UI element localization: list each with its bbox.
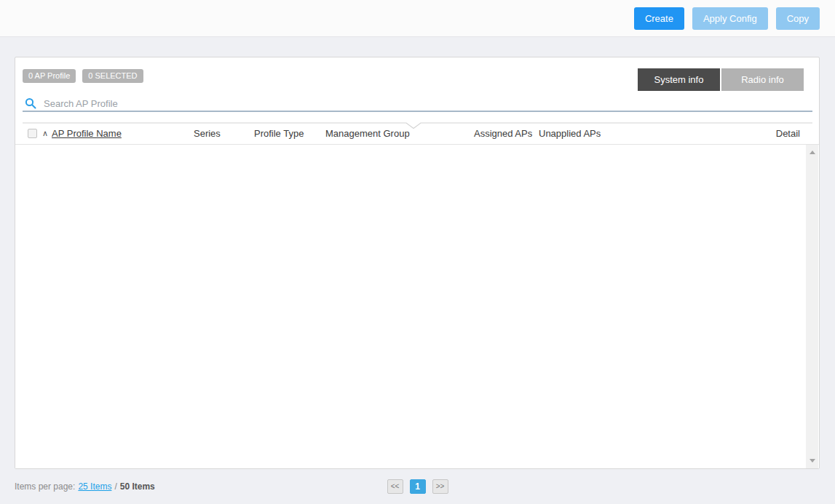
items-separator: / — [114, 481, 116, 492]
table-scrollbar[interactable] — [806, 145, 818, 468]
column-header-profile-type: Profile Type — [254, 123, 304, 144]
select-all-checkbox[interactable] — [28, 129, 37, 138]
table-header-row: ∧ AP Profile Name Series Profile Type Ma… — [15, 123, 819, 144]
column-header-management-group: Management Group — [325, 123, 410, 144]
scroll-up-icon[interactable] — [806, 146, 818, 159]
tab-system-info[interactable]: System info — [638, 68, 720, 91]
ap-profile-count-badge: 0 AP Profile — [23, 69, 76, 83]
search-underline — [23, 111, 812, 112]
ap-profile-panel: 0 AP Profile 0 SELECTED System info Radi… — [15, 57, 820, 469]
pagination-prev-button[interactable]: << — [387, 479, 403, 494]
pagination-next-button[interactable]: >> — [432, 479, 448, 494]
total-items-label: 50 Items — [120, 481, 155, 492]
page-size-link[interactable]: 25 Items — [78, 481, 111, 492]
column-header-assigned-aps: Assigned APs — [474, 123, 532, 144]
column-header-ap-profile-name[interactable]: AP Profile Name — [52, 123, 122, 144]
scroll-down-icon[interactable] — [806, 455, 818, 467]
column-header-unapplied-aps: Unapplied APs — [539, 123, 601, 144]
items-per-page-info: Items per page: 25 Items / 50 Items — [15, 469, 155, 504]
sort-ascending-icon[interactable]: ∧ — [42, 123, 48, 144]
tab-radio-info[interactable]: Radio info — [721, 68, 804, 91]
table-body-empty — [15, 145, 819, 468]
selected-count-badge: 0 SELECTED — [82, 69, 143, 83]
copy-button[interactable]: Copy — [776, 7, 820, 30]
top-action-bar: Create Apply Config Copy — [0, 0, 835, 37]
column-header-series: Series — [194, 123, 221, 144]
search-bar — [25, 95, 818, 111]
pagination-page-1-button[interactable]: 1 — [410, 479, 426, 494]
column-header-detail: Detail — [776, 123, 800, 144]
create-button[interactable]: Create — [634, 7, 684, 30]
apply-config-button[interactable]: Apply Config — [692, 7, 768, 30]
count-badges: 0 AP Profile 0 SELECTED — [23, 69, 143, 83]
info-toggle-group: System info Radio info — [638, 68, 804, 91]
search-icon — [25, 97, 36, 109]
search-input[interactable] — [44, 96, 818, 111]
footer-bar: << 1 >> Items per page: 25 Items / 50 It… — [0, 469, 835, 504]
items-per-page-label: Items per page: — [15, 481, 75, 492]
